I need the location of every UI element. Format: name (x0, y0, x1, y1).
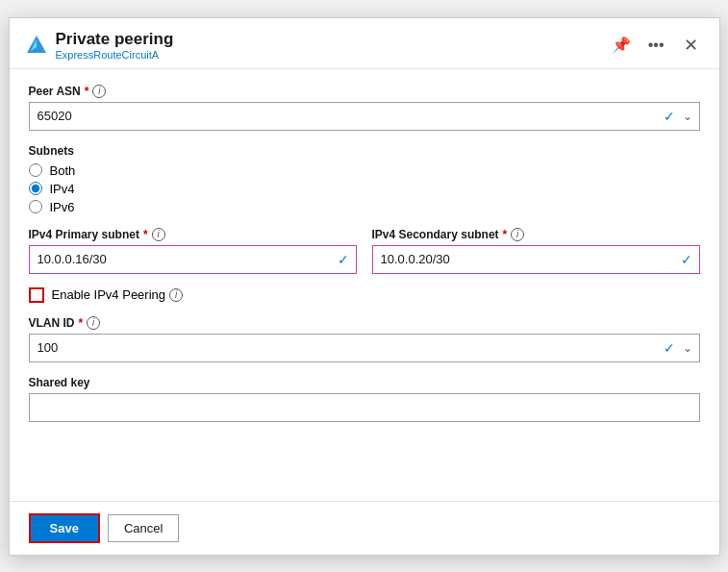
subnet-radio-group: Both IPv4 IPv6 (29, 163, 700, 214)
ipv4-primary-required: * (143, 228, 148, 241)
dialog-subtitle[interactable]: ExpressRouteCircuitA (56, 49, 174, 61)
peer-asn-info-icon: i (92, 85, 106, 98)
vlan-id-select-wrapper: 100 ✓ ⌄ (29, 334, 700, 362)
save-button[interactable]: Save (29, 513, 100, 543)
subnet-ipv6-radio[interactable] (29, 200, 42, 213)
ipv4-secondary-required: * (503, 228, 508, 241)
ipv4-primary-col: IPv4 Primary subnet * i ✓ (29, 228, 357, 274)
ipv4-secondary-input-wrapper: ✓ (372, 245, 700, 274)
subnet-both-label: Both (50, 163, 76, 178)
subnet-inputs-row: IPv4 Primary subnet * i ✓ IPv4 Secondary… (29, 228, 700, 274)
azure-logo-icon (25, 34, 48, 57)
dialog-title: Private peering (56, 30, 174, 49)
shared-key-input[interactable] (29, 393, 700, 422)
close-icon: ✕ (684, 36, 698, 55)
dialog-header: Private peering ExpressRouteCircuitA 📌 •… (10, 18, 719, 69)
ellipsis-icon: ••• (648, 37, 665, 53)
vlan-id-group: VLAN ID * i 100 ✓ ⌄ (29, 316, 700, 362)
peer-asn-group: Peer ASN * i 65020 ✓ ⌄ (29, 85, 700, 131)
enable-peering-info-icon: i (169, 288, 183, 302)
private-peering-dialog: Private peering ExpressRouteCircuitA 📌 •… (9, 17, 720, 556)
enable-peering-checkbox[interactable] (29, 287, 44, 303)
cancel-button[interactable]: Cancel (108, 514, 179, 542)
vlan-id-select[interactable]: 100 (29, 334, 700, 362)
enable-peering-text: Enable IPv4 Peering (52, 287, 166, 302)
ipv4-primary-label: IPv4 Primary subnet * i (29, 228, 357, 241)
subnet-ipv4-radio[interactable] (29, 182, 42, 195)
enable-peering-row: Enable IPv4 Peering i (29, 287, 700, 303)
ipv4-secondary-label: IPv4 Secondary subnet * i (372, 228, 700, 241)
subnet-ipv6-option[interactable]: IPv6 (29, 200, 700, 214)
peer-asn-select-wrapper: 65020 ✓ ⌄ (29, 102, 700, 131)
more-button[interactable]: ••• (644, 35, 668, 56)
peer-asn-required: * (85, 85, 89, 98)
subnet-both-option[interactable]: Both (29, 163, 700, 178)
subnets-label: Subnets (29, 144, 700, 158)
close-button[interactable]: ✕ (678, 33, 704, 58)
subnet-ipv4-option[interactable]: IPv4 (29, 182, 700, 196)
header-actions: 📌 ••• ✕ (608, 33, 704, 58)
vlan-id-required: * (79, 316, 84, 330)
subnet-ipv4-label: IPv4 (50, 182, 75, 196)
subnet-ipv6-label: IPv6 (50, 200, 75, 214)
vlan-id-label: VLAN ID * i (29, 316, 700, 330)
ipv4-primary-input[interactable] (29, 245, 357, 274)
enable-peering-label-container: Enable IPv4 Peering i (52, 287, 184, 302)
shared-key-group: Shared key (29, 376, 700, 422)
ipv4-primary-input-wrapper: ✓ (29, 245, 357, 274)
dialog-body: Peer ASN * i 65020 ✓ ⌄ Subnets Both (10, 69, 719, 501)
pin-button[interactable]: 📌 (608, 34, 635, 56)
title-group: Private peering ExpressRouteCircuitA (56, 30, 174, 61)
subnet-both-radio[interactable] (29, 163, 42, 177)
ipv4-primary-info-icon: i (152, 228, 165, 241)
dialog-footer: Save Cancel (10, 501, 719, 555)
ipv4-secondary-col: IPv4 Secondary subnet * i ✓ (372, 228, 700, 274)
ipv4-secondary-info-icon: i (511, 228, 524, 241)
ipv4-secondary-input[interactable] (372, 245, 700, 274)
peer-asn-label: Peer ASN * i (29, 85, 700, 98)
vlan-id-info-icon: i (87, 316, 100, 330)
shared-key-label: Shared key (29, 376, 700, 389)
subnets-group: Subnets Both IPv4 IPv6 (29, 144, 700, 214)
pin-icon: 📌 (612, 37, 631, 53)
peer-asn-select[interactable]: 65020 (29, 102, 700, 131)
